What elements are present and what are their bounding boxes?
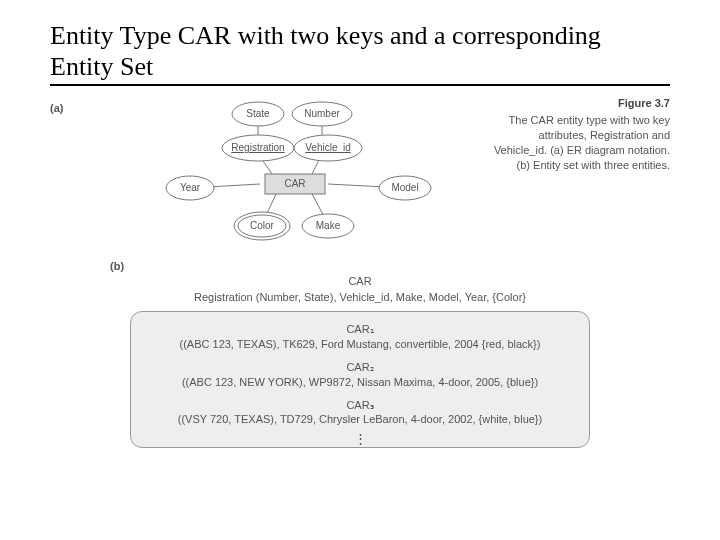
label-a: (a) bbox=[50, 96, 110, 114]
entity-tuple: ((ABC 123, NEW YORK), WP9872, Nissan Max… bbox=[182, 376, 538, 388]
label-b: (b) bbox=[110, 260, 670, 272]
entity-name: CAR₃ bbox=[143, 398, 577, 413]
attr-state: State bbox=[246, 108, 270, 119]
er-diagram-wrap: State Number Registration Vehicle_id Yea… bbox=[110, 96, 490, 256]
entity-name: CAR₂ bbox=[143, 360, 577, 375]
slide: Entity Type CAR with two keys and a corr… bbox=[0, 0, 720, 468]
section-a-row: (a) State Number bbox=[50, 96, 670, 256]
ellipsis-dots: ⋮ bbox=[143, 435, 577, 443]
figure-number: Figure 3.7 bbox=[490, 96, 670, 111]
entity-instance: CAR₃ ((VSY 720, TEXAS), TD729, Chrysler … bbox=[143, 398, 577, 428]
er-diagram: State Number Registration Vehicle_id Yea… bbox=[150, 96, 450, 256]
entity-name: CAR₁ bbox=[143, 322, 577, 337]
schema-name: CAR bbox=[130, 274, 590, 289]
attr-color: Color bbox=[250, 220, 275, 231]
entity-set-box: CAR₁ ((ABC 123, TEXAS), TK629, Ford Must… bbox=[130, 311, 590, 448]
schema-block: CAR Registration (Number, State), Vehicl… bbox=[130, 274, 590, 305]
attr-vehicleid: Vehicle_id bbox=[305, 142, 351, 153]
entity-instance: CAR₁ ((ABC 123, TEXAS), TK629, Ford Must… bbox=[143, 322, 577, 352]
entity-tuple: ((ABC 123, TEXAS), TK629, Ford Mustang, … bbox=[180, 338, 541, 350]
entity-instance: CAR₂ ((ABC 123, NEW YORK), WP9872, Nissa… bbox=[143, 360, 577, 390]
attr-number: Number bbox=[304, 108, 340, 119]
attr-year: Year bbox=[180, 182, 201, 193]
attr-make: Make bbox=[316, 220, 341, 231]
figure-caption: Figure 3.7 The CAR entity type with two … bbox=[490, 96, 670, 172]
entity-car: CAR bbox=[284, 178, 305, 189]
slide-title: Entity Type CAR with two keys and a corr… bbox=[50, 20, 670, 86]
attr-registration: Registration bbox=[231, 142, 284, 153]
entity-tuple: ((VSY 720, TEXAS), TD729, Chrysler LeBar… bbox=[178, 413, 542, 425]
figure-caption-text: The CAR entity type with two key attribu… bbox=[494, 114, 670, 171]
attr-model: Model bbox=[391, 182, 418, 193]
schema-line: Registration (Number, State), Vehicle_id… bbox=[130, 290, 590, 305]
